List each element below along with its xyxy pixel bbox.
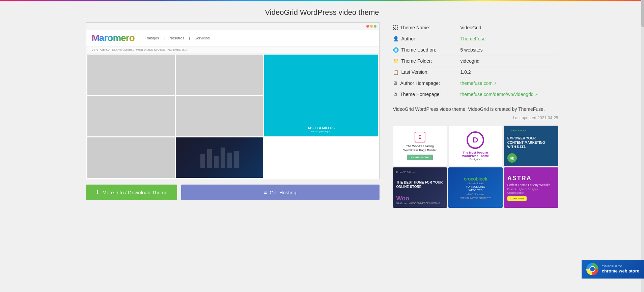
more-info-button[interactable]: ⬇ More Info / Download Theme <box>86 185 177 200</box>
chrome-icon <box>586 263 598 275</box>
version-icon: 📋 <box>393 69 399 75</box>
dark-col-2 <box>207 149 212 168</box>
woo-brand: SiteGround WOOCOMMERCE HOSTING <box>396 202 444 204</box>
value-theme-used: 5 websites <box>460 47 558 53</box>
semrush-bottom: ◉ <box>507 153 555 163</box>
woo-top: From $6.99/mo <box>396 171 444 174</box>
monitor-icon: 🖥 <box>393 80 398 86</box>
info-row-used: 🌐 Theme Used on: 5 websites <box>393 44 558 56</box>
nav-link-sep-1: | <box>164 36 165 40</box>
woo-logo: Woo <box>396 195 444 202</box>
value-theme-name: VideoGrid <box>460 25 558 30</box>
chrome-store-banner[interactable]: available in the chrome web store <box>582 260 644 279</box>
ad-divi[interactable]: D The Most PopularWordPress Theme Design… <box>448 126 503 166</box>
label-last-version: 📋 Last Version: <box>393 69 460 75</box>
ad-semrush[interactable]: :: SEMRUSH EMPOWER YOURCONTENT MARKETING… <box>504 126 558 166</box>
elementor-btn[interactable]: LEARN MORE <box>407 155 433 160</box>
server-icon: ≡ <box>264 190 267 195</box>
chrome-store-text: available in the chrome web store <box>602 264 639 274</box>
divi-title: The Most PopularWordPress Theme <box>462 151 489 158</box>
divi-sub: Designers <box>469 158 481 161</box>
label-theme-hp: 🖥 Theme Homepage: <box>393 92 460 97</box>
value-theme-hp: themefuse.com/demo/wp/videogrid ↗ <box>460 92 558 97</box>
ad-croco[interactable]: crocoblock Ultimate Toolkit FOR BUILDING… <box>448 167 503 208</box>
dot-yellow <box>370 25 373 28</box>
info-row-theme-hp: 🖥 Theme Homepage: themefuse.com/demo/wp/… <box>393 89 558 100</box>
dark-col-6 <box>234 151 239 168</box>
label-theme-folder: 📁 Theme Folder: <box>393 58 460 64</box>
preview-grid: ABELLA MIELES Menu_packaging <box>86 54 379 179</box>
ad-woo[interactable]: From $6.99/mo THE BEST HOME FOR YOUR ONL… <box>393 167 447 208</box>
image-icon: 🖼 <box>393 25 398 30</box>
nav-link-3: Servicios <box>195 36 210 40</box>
preview-dots <box>366 25 376 28</box>
woo-bottom: Woo SiteGround WOOCOMMERCE HOSTING <box>396 195 444 204</box>
nav-link-sep-2: | <box>189 36 190 40</box>
page-title: VideoGrid WordPress video theme <box>0 1 644 22</box>
theme-preview: Maromero Trabajos | Nosotros | Servicios… <box>86 22 380 179</box>
globe-icon: 🌐 <box>393 47 399 53</box>
elementor-title: The World's LeadingWordPress Page Builde… <box>403 144 437 152</box>
monitor2-icon: 🖥 <box>393 92 398 97</box>
ad-elementor[interactable]: E The World's LeadingWordPress Page Buil… <box>393 126 447 166</box>
nav-link-1: Trabajos <box>145 36 159 40</box>
more-info-label: More Info / Download Theme <box>103 190 168 195</box>
label-theme-used: 🌐 Theme Used on: <box>393 47 460 53</box>
person-icon: 👤 <box>393 36 399 41</box>
theme-homepage-link[interactable]: themefuse.com/demo/wp/videogrid ↗ <box>460 92 558 97</box>
grid-cell-4 <box>87 96 175 136</box>
label-author: 👤 Author: <box>393 36 460 41</box>
external-link-icon2: ↗ <box>535 93 538 96</box>
dark-img-content <box>176 137 263 178</box>
value-theme-folder: videogrid <box>460 58 558 64</box>
dot-red <box>366 25 369 28</box>
preview-nav: Maromero Trabajos | Nosotros | Servicios <box>86 30 379 46</box>
dark-col-5 <box>227 153 232 168</box>
author-homepage-link[interactable]: themefuse.com ↗ <box>460 80 558 86</box>
chrome-available: available in the <box>602 264 639 268</box>
download-icon: ⬇ <box>95 189 100 195</box>
folder-icon: 📁 <box>393 58 399 64</box>
grid-cell-7 <box>87 137 175 178</box>
info-row-author-hp: 🖥 Author Homepage: themefuse.com ↗ <box>393 78 558 89</box>
dark-col-4 <box>221 148 225 168</box>
info-row-folder: 📁 Theme Folder: videogrid <box>393 56 558 67</box>
astra-logo: ASTRA <box>507 175 555 182</box>
description-text: VideoGrid WordPress video theme. VideoGr… <box>393 105 558 113</box>
get-hosting-button[interactable]: ≡ Get Hosting <box>181 185 380 200</box>
dark-col-3 <box>214 156 219 168</box>
get-hosting-label: Get Hosting <box>270 190 296 195</box>
preview-category-bar: VER POR CATEGORIA MARCA WEB VIDEO MARKET… <box>86 46 379 54</box>
semrush-icon: ◉ <box>507 153 517 163</box>
dot-green <box>374 25 376 28</box>
croco-sub: Ultimate Toolkit <box>468 182 483 185</box>
info-table: 🖼 Theme Name: VideoGrid 👤 Author: ThemeF… <box>393 22 558 100</box>
dark-col-1 <box>200 154 205 168</box>
chrome-store-label: chrome web store <box>602 268 639 274</box>
info-row-version: 📋 Last Version: 1.0.2 <box>393 67 558 78</box>
preview-nav-links: Trabajos | Nosotros | Servicios <box>145 36 210 40</box>
grid-cell-cyan: ABELLA MIELES Menu_packaging <box>264 55 378 136</box>
label-theme-name: 🖼 Theme Name: <box>393 25 460 30</box>
scrollbar[interactable] <box>641 0 644 292</box>
external-link-icon: ↗ <box>494 82 497 85</box>
preview-logo: Maromero <box>92 33 135 43</box>
ads-grid: E The World's LeadingWordPress Page Buil… <box>393 126 558 208</box>
astra-btn[interactable]: CUSTOMIZE <box>507 196 527 201</box>
left-panel: Maromero Trabajos | Nosotros | Servicios… <box>86 22 380 208</box>
right-panel: 🖼 Theme Name: VideoGrid 👤 Author: ThemeF… <box>380 22 558 208</box>
info-row-name: 🖼 Theme Name: VideoGrid <box>393 22 558 33</box>
cyan-title: ABELLA MIELES <box>268 126 374 130</box>
label-author-hp: 🖥 Author Homepage: <box>393 80 460 86</box>
ad-astra[interactable]: ASTRA Perfect Theme For Any WebsiteFaste… <box>504 167 558 208</box>
buttons-row: ⬇ More Info / Download Theme ≡ Get Hosti… <box>86 185 380 205</box>
astra-tagline: Perfect Theme For Any WebsiteFastest, Li… <box>507 183 555 195</box>
info-row-author: 👤 Author: ThemeFuse <box>393 33 558 44</box>
scrollbar-thumb[interactable] <box>641 0 644 27</box>
value-author[interactable]: ThemeFuse <box>460 36 558 41</box>
last-updated: Last updated 2021-04-25 <box>393 116 558 120</box>
grid-cell-1 <box>87 55 175 95</box>
elementor-logo: E <box>415 132 425 142</box>
grid-cell-2 <box>176 55 263 95</box>
value-last-version: 1.0.2 <box>460 69 558 75</box>
